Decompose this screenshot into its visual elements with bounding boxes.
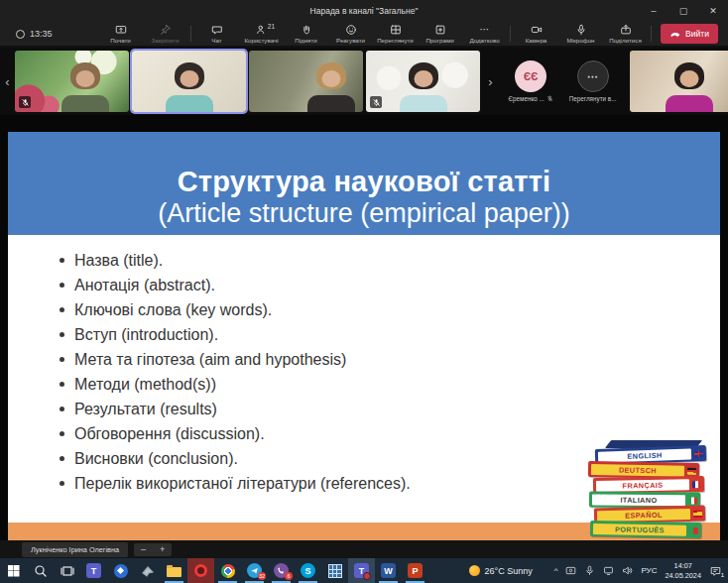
- participants-count-badge: 21: [268, 23, 275, 30]
- action-center-button[interactable]: 1: [709, 565, 722, 577]
- overflow-participant[interactable]: ЄЄ Єременко ...: [509, 51, 553, 112]
- participant-silhouette: [397, 62, 450, 112]
- video-thumbnail[interactable]: [630, 51, 728, 112]
- video-thumbnail-active-speaker[interactable]: [132, 51, 246, 112]
- camera-icon: [531, 24, 543, 36]
- taskbar-file-explorer[interactable]: [161, 558, 187, 583]
- participant-strip: ‹ › ЄЄ Єременко ... ⋯: [0, 48, 728, 115]
- date-value: 24.05.2024: [665, 571, 701, 580]
- paper-crane-icon: [141, 564, 155, 578]
- pin-button[interactable]: Закріпити: [143, 24, 187, 44]
- share-control-bar: Лукніченко Ірина Олегівна – +: [0, 540, 728, 558]
- bullet-item: Анотація (abstract).: [58, 273, 720, 297]
- taskbar-grid-app[interactable]: [321, 558, 348, 583]
- start-button[interactable]: [0, 558, 27, 583]
- minimize-button[interactable]: –: [639, 0, 668, 22]
- view-more-participants[interactable]: ⋯ Переглянути в...: [569, 51, 617, 112]
- window-titlebar: Нарада в каналі "Загальне" – ▢ ✕: [0, 0, 728, 22]
- bullet-item: Назва (title).: [58, 248, 720, 273]
- chrome-icon: [221, 564, 235, 578]
- hidden-icons-button[interactable]: ^: [554, 566, 558, 575]
- share-screen-up-icon: [620, 24, 632, 36]
- bullet-item: Ключові слова (key words).: [58, 297, 720, 322]
- strip-scroll-left[interactable]: ‹: [0, 51, 15, 112]
- tray-microphone[interactable]: [584, 562, 595, 580]
- close-button[interactable]: ✕: [698, 0, 728, 22]
- toolbar-device-group: Камера Мікрофон Поділитися: [514, 24, 648, 44]
- folder-icon: [167, 567, 182, 577]
- presentation-slide: Структура наукової статті (Article struc…: [8, 132, 720, 540]
- window-title: Нарада в каналі "Загальне": [310, 6, 419, 16]
- taskbar-telegram[interactable]: 32: [241, 558, 268, 583]
- more-button[interactable]: ⋯ Додатково: [462, 24, 507, 44]
- react-button[interactable]: Реагувати: [328, 24, 373, 44]
- meeting-toolbar: 13:35 Почати Закріпити Чат 21 Користувач…: [0, 22, 728, 48]
- window-controls: – ▢ ✕: [639, 0, 728, 22]
- mic-muted-badge: [370, 96, 382, 108]
- fr-flag-icon: [692, 481, 701, 488]
- taskbar-clock[interactable]: 14:07 24.05.2024: [665, 561, 701, 580]
- viber-icon: 6: [274, 563, 289, 578]
- more-dots-icon: ⋯: [480, 24, 490, 36]
- taskbar-teams-running[interactable]: T: [348, 558, 375, 583]
- people-icon: [256, 24, 268, 36]
- taskbar-chrome[interactable]: [214, 558, 241, 583]
- video-thumbnail[interactable]: [366, 51, 480, 112]
- windows-taskbar: T 32 6 S T W P 26°C Sunny ^ РУС: [0, 558, 728, 583]
- chevron-left-icon: ‹: [5, 74, 9, 89]
- participant-silhouette: [163, 62, 216, 112]
- viber-badge: 6: [285, 572, 293, 580]
- taskbar-teams[interactable]: T: [80, 558, 107, 583]
- video-thumbnail[interactable]: [15, 51, 129, 112]
- participant-silhouette: [663, 62, 716, 112]
- display-record-icon: [565, 565, 576, 576]
- mic-muted-badge: [19, 96, 31, 108]
- zoom-in-button[interactable]: +: [153, 543, 172, 556]
- opera-icon: [194, 564, 207, 577]
- start-button[interactable]: Почати: [98, 24, 143, 44]
- taskbar-word[interactable]: W: [375, 558, 402, 583]
- camera-button[interactable]: Камера: [514, 24, 558, 44]
- skype-icon: S: [301, 563, 315, 578]
- microphone-button[interactable]: Мікрофон: [558, 24, 603, 44]
- view-more-label: Переглянути в...: [569, 95, 617, 102]
- tray-network[interactable]: [603, 562, 614, 580]
- chat-button[interactable]: Чат: [194, 24, 239, 44]
- system-tray: 26°C Sunny ^ РУС 14:07 24.05.2024 1: [469, 561, 728, 580]
- raise-hand-icon: [301, 24, 312, 36]
- timer-value: 13:35: [30, 29, 53, 39]
- video-thumbnail[interactable]: [249, 51, 363, 112]
- present-screen-icon: [115, 24, 127, 36]
- taskbar-powerpoint[interactable]: P: [402, 558, 428, 583]
- share-button[interactable]: Поділитися: [603, 24, 648, 44]
- uk-flag-icon: [694, 450, 703, 457]
- zoom-out-button[interactable]: –: [134, 543, 153, 556]
- tray-display-capture[interactable]: [565, 562, 576, 580]
- leave-button[interactable]: Вийти: [661, 24, 718, 44]
- language-indicator[interactable]: РУС: [641, 566, 657, 575]
- telegram-badge: 32: [258, 572, 266, 580]
- tray-volume[interactable]: [622, 562, 633, 580]
- pin-icon: [160, 24, 172, 36]
- strip-scroll-right[interactable]: ›: [483, 51, 498, 112]
- toolbar-divider: [651, 26, 652, 42]
- taskbar-bird-app[interactable]: [134, 558, 161, 583]
- taskbar-skype[interactable]: S: [295, 558, 321, 583]
- raise-hand-button[interactable]: Підняти: [284, 24, 328, 44]
- es-flag-icon: [693, 510, 702, 517]
- toolbar-divider: [190, 26, 191, 42]
- weather-widget[interactable]: 26°C Sunny: [469, 565, 533, 576]
- apps-button[interactable]: Програми: [418, 24, 462, 44]
- maximize-button[interactable]: ▢: [668, 0, 698, 22]
- bullet-item: Вступ (introduction).: [58, 322, 720, 347]
- content-zoom-controls: – +: [134, 543, 172, 556]
- participants-button[interactable]: 21 Користувачі: [239, 24, 284, 44]
- taskbar-crest-app[interactable]: [107, 558, 134, 583]
- taskbar-viber[interactable]: 6: [268, 558, 295, 583]
- speaker-icon: [622, 565, 633, 576]
- search-button[interactable]: [27, 558, 54, 583]
- taskbar-opera-active[interactable]: [187, 558, 214, 583]
- view-button[interactable]: Переглянути: [373, 24, 418, 44]
- overflow-participants-panel: ЄЄ Єременко ... ⋯ Переглянути в...: [498, 51, 627, 112]
- task-view-button[interactable]: [54, 558, 80, 583]
